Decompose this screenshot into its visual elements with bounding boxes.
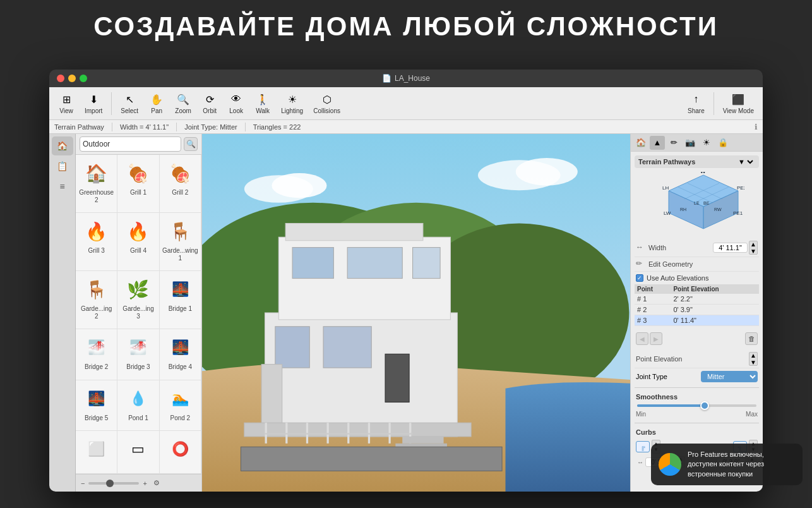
gardenswing1-label: Garde...wing 1 <box>162 247 198 262</box>
grid-item-greenhouse2[interactable]: 🏠 Greenhouse 2 <box>76 155 117 213</box>
view-label: View <box>59 107 73 114</box>
point-elev-stepper-btn[interactable]: ▲▼ <box>749 352 758 366</box>
svg-rect-24 <box>368 423 370 444</box>
toolbar-look[interactable]: 👁 Look <box>224 91 248 116</box>
toolbar-import[interactable]: ⬇ Import <box>81 91 106 116</box>
right-tab-terrain[interactable]: ▲ <box>650 136 665 150</box>
zoom-slider[interactable] <box>88 482 139 485</box>
points-col-elevation: Point Elevation <box>671 284 759 294</box>
right-tab-camera[interactable]: 📷 <box>683 136 698 150</box>
grid-item-gardening2[interactable]: 🪑 Garde...ing 2 <box>76 271 117 329</box>
point-prev-button[interactable]: ◀ <box>636 332 648 345</box>
grill1-label: Grill 1 <box>130 189 146 197</box>
grid-item-gardening3[interactable]: 🌿 Garde...ing 3 <box>117 271 159 329</box>
width-value: 4' 11.1" <box>713 243 748 253</box>
items-grid: 🏠 Greenhouse 2 🍖 Grill 1 🍖 Grill 2 🔥 Gri… <box>76 155 201 474</box>
toolbar-orbit[interactable]: ⟳ Orbit <box>198 91 222 116</box>
close-button[interactable] <box>57 75 64 82</box>
zoom-minus-icon[interactable]: − <box>81 480 85 487</box>
left-tab-catalog[interactable]: 🏠 <box>52 136 73 155</box>
category-dropdown[interactable]: Outdoor Indoor Structural <box>80 136 181 152</box>
left-panel: Outdoor Indoor Structural 🔍 🏠 Greenhouse… <box>76 134 202 492</box>
delete-point-button[interactable]: 🗑 <box>745 332 758 345</box>
right-panel: 🏠 ▲ ✏ 📷 ☀ 🔒 Terrain Pathways ▼ <box>630 134 763 492</box>
svg-rect-23 <box>347 423 349 444</box>
svg-rect-13 <box>413 248 441 279</box>
right-tab-draw[interactable]: ✏ <box>666 136 681 150</box>
points-row-1[interactable]: # 1 2' 2.2" <box>635 294 759 305</box>
auto-elevations-row[interactable]: ✓ Use Auto Elevations <box>635 272 759 284</box>
width-label: Width <box>648 244 713 251</box>
minimize-button[interactable] <box>68 75 76 82</box>
svg-text:BE: BE <box>703 201 710 205</box>
point-elevation-label: Point Elevation <box>636 355 749 363</box>
width-stepper[interactable]: 4' 11.1" ▲▼ <box>713 241 758 255</box>
toolbar-select[interactable]: ↖ Select <box>117 91 142 116</box>
grid-item-gardenswing1[interactable]: 🪑 Garde...wing 1 <box>160 213 201 271</box>
left-tab-layers[interactable]: 📋 <box>52 157 73 176</box>
grid-item-grill2[interactable]: 🍖 Grill 2 <box>160 155 201 213</box>
infobar-divider-2 <box>176 123 177 131</box>
grid-item-pond1[interactable]: 💧 Pond 1 <box>117 380 159 431</box>
infobar-triangles: Triangles = 222 <box>253 123 301 131</box>
pro-banner[interactable]: Pro Features включены, доступен контент … <box>651 444 803 485</box>
gardening3-thumb: 🌿 <box>122 275 155 304</box>
points-row-2[interactable]: # 2 0' 3.9" <box>635 305 759 315</box>
joint-type-dropdown[interactable]: Mitter Bevel Round <box>701 371 758 382</box>
look-label: Look <box>229 107 243 114</box>
toolbar-lighting[interactable]: ☀ Lighting <box>277 91 307 116</box>
point-elevation-stepper[interactable]: ▲▼ <box>749 352 758 366</box>
points-row-3[interactable]: # 3 0' 11.4" <box>635 315 759 326</box>
toolbar-zoom[interactable]: 🔍 Zoom <box>171 91 195 116</box>
toolbar-separator-1 <box>111 92 112 115</box>
grid-item-bridge3[interactable]: 🌁 Bridge 3 <box>117 329 159 380</box>
svg-text:RH: RH <box>680 207 686 212</box>
svg-rect-14 <box>275 327 309 368</box>
grid-item-pond2[interactable]: 🏊 Pond 2 <box>160 380 201 431</box>
settings-icon[interactable]: ⚙ <box>153 479 160 487</box>
edit-geometry-row[interactable]: ✏ Edit Geometry <box>635 257 759 272</box>
grid-item-bridge1[interactable]: 🌉 Bridge 1 <box>160 271 201 329</box>
item16-thumb: ⬜ <box>80 435 113 464</box>
viewmode-label: View Mode <box>723 107 754 114</box>
auto-elevations-checkbox[interactable]: ✓ <box>636 274 643 282</box>
right-tab-properties[interactable]: 🏠 <box>633 136 648 150</box>
grid-item-item16[interactable]: ⬜ <box>76 431 117 474</box>
grid-item-item17[interactable]: ▭ <box>117 431 159 474</box>
right-tab-light[interactable]: ☀ <box>699 136 714 150</box>
point-next-button[interactable]: ▶ <box>650 332 662 345</box>
right-tab-lock[interactable]: 🔒 <box>715 136 731 150</box>
curb-left-icon[interactable]: ╔ <box>636 441 650 452</box>
maximize-button[interactable] <box>80 75 87 82</box>
terrain-pathways-dropdown[interactable]: ▼ <box>736 157 755 166</box>
point-nav-arrows: ◀ ▶ <box>636 332 662 345</box>
edit-geometry-icon: ✏ <box>636 259 646 269</box>
import-label: Import <box>85 107 102 114</box>
left-tab-list[interactable]: ≡ <box>52 177 73 196</box>
pro-icon <box>659 453 681 476</box>
item18-thumb: ⭕ <box>164 435 196 464</box>
viewport[interactable] <box>202 134 630 492</box>
grid-item-item18[interactable]: ⭕ <box>160 431 201 474</box>
cube-navigator[interactable]: W PE2 PE1 LH LW LE BE RW RH <box>662 172 732 235</box>
toolbar-collisions[interactable]: ⬡ Collisions <box>309 91 344 116</box>
grid-item-grill1[interactable]: 🍖 Grill 1 <box>117 155 159 213</box>
toolbar-viewmode[interactable]: ⬛ View Mode <box>719 91 758 116</box>
grid-item-grill3[interactable]: 🔥 Grill 3 <box>76 213 117 271</box>
toolbar-pan[interactable]: ✋ Pan <box>145 91 169 116</box>
search-button[interactable]: 🔍 <box>184 137 198 151</box>
grid-item-bridge4[interactable]: 🌉 Bridge 4 <box>160 329 201 380</box>
svg-rect-15 <box>323 327 371 368</box>
grid-item-grill4[interactable]: 🔥 Grill 4 <box>117 213 159 271</box>
infobar-info-icon[interactable]: ℹ <box>755 123 758 131</box>
toolbar-view[interactable]: ⊞ View <box>54 91 78 116</box>
grid-item-bridge5[interactable]: 🌉 Bridge 5 <box>76 380 117 431</box>
toolbar-share[interactable]: ↑ Share <box>684 91 708 116</box>
grid-item-bridge2[interactable]: 🌁 Bridge 2 <box>76 329 117 380</box>
toolbar-walk[interactable]: 🚶 Walk <box>251 91 275 116</box>
zoom-plus-icon[interactable]: + <box>143 480 146 487</box>
smoothness-slider[interactable] <box>637 404 756 407</box>
width-stepper-btn[interactable]: ▲▼ <box>749 241 758 255</box>
import-icon: ⬇ <box>85 92 102 106</box>
grill3-thumb: 🔥 <box>80 217 113 246</box>
